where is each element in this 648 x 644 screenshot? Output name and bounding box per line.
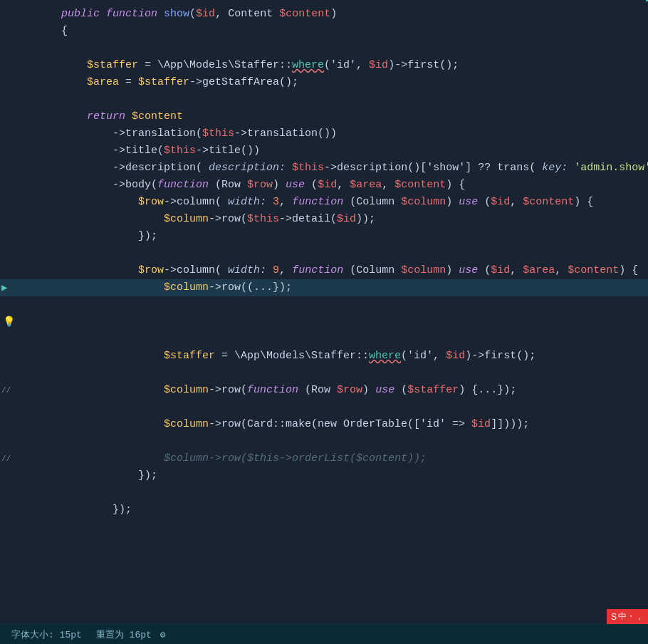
- code-line: ->body(function (Row $row) use ($id, $ar…: [0, 177, 648, 194]
- line-gutter: [0, 228, 28, 245]
- code-line: });: [0, 502, 648, 519]
- code-line: $staffer = \App\Models\Staffer::where('i…: [0, 57, 648, 74]
- line-gutter: [0, 74, 28, 91]
- line-gutter: [0, 91, 28, 108]
- line-gutter: [0, 467, 28, 484]
- code-line: });: [0, 467, 648, 484]
- code-lines: public function show($id, Content $conte…: [0, 0, 648, 524]
- code-line: 💡: [0, 313, 648, 331]
- code-area[interactable]: public function show($id, Content $conte…: [0, 0, 648, 624]
- sogou-badge: S 中・，: [607, 609, 648, 624]
- line-content: [28, 91, 648, 108]
- line-content: [28, 331, 648, 348]
- line-gutter: [0, 23, 28, 40]
- lightbulb-icon[interactable]: 💡: [3, 313, 15, 331]
- line-gutter: [0, 57, 28, 74]
- editor-container: public function show($id, Content $conte…: [0, 0, 648, 644]
- code-line: [0, 399, 648, 416]
- line-content: $row->column( width: 3, function (Column…: [28, 194, 648, 211]
- line-content: ->body(function (Row $row) use ($id, $ar…: [28, 177, 648, 194]
- line-content: {: [28, 23, 648, 40]
- code-line: public function show($id, Content $conte…: [0, 6, 648, 23]
- line-content: [28, 365, 648, 382]
- word-wrap-label: 重置为 16pt ⚙: [96, 628, 166, 641]
- line-content: [28, 399, 648, 416]
- line-gutter: ▶: [0, 279, 28, 296]
- line-gutter: [0, 211, 28, 228]
- line-gutter: [0, 484, 28, 502]
- line-gutter: [0, 160, 28, 177]
- line-content: [28, 484, 648, 502]
- line-content: $column->row($this->detail($id));: [28, 211, 648, 228]
- line-content: public function show($id, Content $conte…: [28, 6, 648, 23]
- code-line: [0, 91, 648, 108]
- line-gutter: [0, 6, 28, 23]
- line-gutter: [0, 348, 28, 365]
- code-line: $area = $staffer->getStaffArea();: [0, 74, 648, 91]
- comment-line-icon: //: [1, 450, 11, 467]
- line-gutter: [0, 245, 28, 262]
- code-line: [0, 40, 648, 57]
- line-gutter: 💡: [0, 313, 28, 331]
- line-gutter: [0, 416, 28, 433]
- line-content: [28, 313, 648, 331]
- line-content: $column->row($this->orderList($content))…: [28, 450, 648, 467]
- line-content: $staffer = \App\Models\Staffer::where('i…: [28, 57, 648, 74]
- font-size-label: 字体大小: 15pt: [11, 628, 82, 641]
- code-line: $row->column( width: 3, function (Column…: [0, 194, 648, 211]
- line-content: $row->column( width: 9, function (Column…: [28, 262, 648, 279]
- statusbar: 字体大小: 15pt 重置为 16pt ⚙: [0, 624, 648, 644]
- code-line: [0, 433, 648, 450]
- code-line: ->description( description: $this->descr…: [0, 160, 648, 177]
- code-line: return $content: [0, 108, 648, 125]
- gear-icon[interactable]: ⚙: [160, 630, 166, 640]
- line-content: $staffer = \App\Models\Staffer::where('i…: [28, 348, 648, 365]
- line-content: ->title($this->title()): [28, 142, 648, 160]
- line-content: return $content: [28, 108, 648, 125]
- comment-line-icon: //: [1, 382, 11, 399]
- line-content: $area = $staffer->getStaffArea();: [28, 74, 648, 91]
- line-gutter: [0, 296, 28, 313]
- sogou-logo: S: [611, 612, 617, 622]
- code-line: // $column->row($this->orderList($conten…: [0, 450, 648, 467]
- code-line: [0, 331, 648, 348]
- line-content: ->description( description: $this->descr…: [28, 160, 648, 177]
- code-line: [0, 296, 648, 313]
- code-line: [0, 365, 648, 382]
- line-content: });: [28, 467, 648, 484]
- line-content: [28, 40, 648, 57]
- line-content: });: [28, 502, 648, 519]
- line-gutter: [0, 399, 28, 416]
- breakpoint-arrow-icon: ▶: [1, 279, 7, 296]
- line-gutter: [0, 125, 28, 142]
- code-line: $column->row(Card::make(new OrderTable([…: [0, 416, 648, 433]
- line-gutter: //: [0, 450, 28, 467]
- line-gutter: [0, 331, 28, 348]
- line-content: });: [28, 228, 648, 245]
- code-line: ▶ $column->row((...});: [0, 279, 648, 296]
- line-content: $column->row((...});: [28, 279, 648, 296]
- line-gutter: [0, 108, 28, 125]
- code-line: [0, 245, 648, 262]
- line-content: [28, 296, 648, 313]
- line-gutter: [0, 40, 28, 57]
- code-line: {: [0, 23, 648, 40]
- code-line: [0, 484, 648, 502]
- line-gutter: [0, 177, 28, 194]
- code-line: ->translation($this->translation()): [0, 125, 648, 142]
- code-line: ->title($this->title()): [0, 142, 648, 160]
- sogou-text: 中・，: [618, 611, 644, 623]
- line-gutter: //: [0, 382, 28, 399]
- code-line: $staffer = \App\Models\Staffer::where('i…: [0, 348, 648, 365]
- line-content: [28, 433, 648, 450]
- code-line: $row->column( width: 9, function (Column…: [0, 262, 648, 279]
- line-content: ->translation($this->translation()): [28, 125, 648, 142]
- code-line: // $column->row(function (Row $row) use …: [0, 382, 648, 399]
- line-gutter: [0, 502, 28, 519]
- line-content: [28, 245, 648, 262]
- line-gutter: [0, 142, 28, 160]
- code-line: });: [0, 228, 648, 245]
- line-content: $column->row(Card::make(new OrderTable([…: [28, 416, 648, 433]
- line-gutter: [0, 365, 28, 382]
- line-gutter: [0, 433, 28, 450]
